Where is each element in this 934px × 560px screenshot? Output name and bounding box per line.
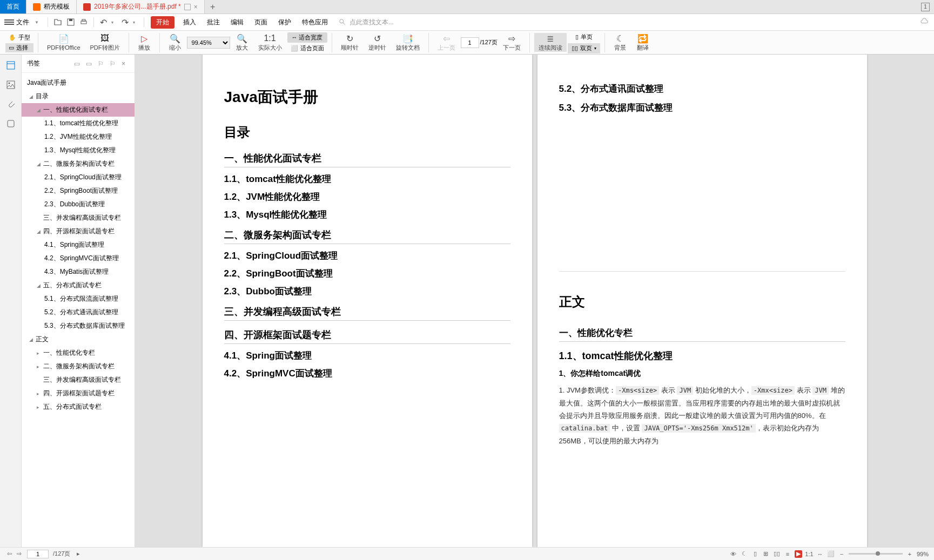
status-moon-icon[interactable]: ☾ bbox=[741, 550, 748, 558]
menu-edit[interactable]: 编辑 bbox=[226, 18, 248, 27]
bm-sec5[interactable]: ◢五、分布式面试专栏 bbox=[22, 279, 135, 292]
zoom-plus-icon[interactable]: + bbox=[906, 550, 913, 558]
zoom-slider[interactable] bbox=[849, 553, 903, 555]
bm-sec4-2[interactable]: 4.2、SpringMVC面试整理 bbox=[22, 252, 135, 265]
continuous-read-button[interactable]: ≣连续阅读 bbox=[534, 33, 567, 52]
zoom-select[interactable]: 99.45% bbox=[187, 37, 230, 49]
search-input[interactable]: 点此查找文本... bbox=[339, 18, 394, 27]
next-page-button[interactable]: ⇨下一页 bbox=[499, 33, 525, 52]
status-play-icon[interactable]: ▶ bbox=[795, 550, 802, 558]
hand-tool[interactable]: ✋手型 bbox=[5, 33, 33, 42]
menu-protect[interactable]: 保护 bbox=[274, 18, 295, 27]
status-page-input[interactable] bbox=[27, 550, 49, 558]
tab-home[interactable]: 首页 bbox=[0, 0, 26, 14]
undo-icon[interactable]: ↶ bbox=[98, 17, 109, 28]
hamburger-icon[interactable] bbox=[4, 17, 14, 27]
bm-sec1-1[interactable]: 1.1、tomcat性能优化整理 bbox=[22, 117, 135, 130]
zoom-out-button[interactable]: 🔍缩小 bbox=[164, 33, 186, 52]
tab-document[interactable]: 2019年多家公司...题手册.pdf * × bbox=[77, 0, 205, 14]
menu-special[interactable]: 特色应用 bbox=[298, 18, 332, 27]
bm-root[interactable]: Java面试手册 bbox=[22, 76, 135, 90]
bm-tool-2[interactable]: ▭ bbox=[86, 60, 93, 68]
image-rail-icon[interactable] bbox=[5, 79, 16, 90]
play-button[interactable]: ▷播放 bbox=[133, 33, 155, 52]
status-next-icon[interactable]: ⇨ bbox=[15, 550, 23, 558]
menu-annotate[interactable]: 批注 bbox=[203, 18, 224, 27]
attachment-rail-icon[interactable] bbox=[5, 99, 16, 110]
status-view4-icon[interactable]: ≡ bbox=[784, 550, 791, 558]
bm-toc[interactable]: ◢目录 bbox=[22, 90, 135, 103]
close-icon[interactable]: × bbox=[194, 3, 198, 11]
status-prev-icon[interactable]: ⇦ bbox=[5, 550, 13, 558]
bookmarks-close-icon[interactable]: × bbox=[122, 60, 129, 68]
bm-sec2-3[interactable]: 2.3、Dubbo面试整理 bbox=[22, 198, 135, 211]
bm-sec2[interactable]: ◢二、微服务架构面试专栏 bbox=[22, 157, 135, 171]
zoom-in-button[interactable]: 🔍放大 bbox=[231, 33, 253, 52]
select-tool[interactable]: ▭选择 bbox=[5, 43, 33, 52]
bm-sec1-3[interactable]: 1.3、Mysql性能优化整理 bbox=[22, 144, 135, 157]
document-viewer[interactable]: Java面试手册 目录 一、性能优化面试专栏 1.1、tomcat性能优化整理 … bbox=[135, 55, 934, 547]
print-icon[interactable] bbox=[78, 17, 89, 28]
rotate-cw-button[interactable]: ↻顺时针 bbox=[337, 33, 363, 52]
bm-b1[interactable]: ▸一、性能优化专栏 bbox=[22, 346, 135, 360]
window-badge[interactable]: 1 bbox=[921, 3, 930, 11]
status-eye-icon[interactable]: 👁 bbox=[730, 550, 737, 558]
bookmarks-rail-icon[interactable] bbox=[5, 60, 16, 71]
single-page-button[interactable]: ▯单页 bbox=[572, 32, 596, 42]
save-icon[interactable] bbox=[65, 17, 76, 28]
bm-tool-4[interactable]: ⚐ bbox=[110, 60, 117, 68]
actual-size-button[interactable]: 1:1实际大小 bbox=[254, 33, 286, 52]
file-menu[interactable]: 文件 bbox=[16, 18, 29, 27]
status-fit3-icon[interactable]: ⬜ bbox=[827, 550, 835, 558]
status-jump-icon[interactable]: ▸ bbox=[75, 550, 82, 558]
fit-width-button[interactable]: ↔适合宽度 bbox=[287, 32, 327, 43]
background-button[interactable]: ☾背景 bbox=[609, 33, 631, 52]
bm-sec4-3[interactable]: 4.3、MyBatis面试整理 bbox=[22, 265, 135, 279]
pdf-to-image[interactable]: 🖼PDF转图片 bbox=[86, 33, 124, 52]
status-bar: ⇦ ⇨ /127页 ▸ 👁 ☾ ▯ ⊞ ▯▯ ≡ ▶ 1:1 ↔ ⬜ − + 9… bbox=[0, 547, 934, 560]
rotate-doc-button[interactable]: 📑旋转文档 bbox=[392, 33, 424, 52]
open-icon[interactable] bbox=[52, 17, 63, 28]
bm-tool-3[interactable]: ⚐ bbox=[98, 60, 105, 68]
tab-templates[interactable]: 稻壳模板 bbox=[26, 0, 77, 14]
bm-sec5-2[interactable]: 5.2、分布式通讯面试整理 bbox=[22, 306, 135, 319]
bm-sec2-2[interactable]: 2.2、SpringBoot面试整理 bbox=[22, 184, 135, 198]
bm-sec4-1[interactable]: 4.1、Spring面试整理 bbox=[22, 238, 135, 252]
cloud-icon[interactable] bbox=[920, 17, 930, 27]
menu-start[interactable]: 开始 bbox=[151, 16, 174, 29]
status-view1-icon[interactable]: ▯ bbox=[751, 550, 759, 558]
body-h1: 一、性能优化专栏 bbox=[559, 327, 845, 342]
redo-icon[interactable]: ↷ bbox=[120, 17, 131, 28]
status-view3-icon[interactable]: ▯▯ bbox=[773, 550, 781, 558]
bm-sec1-2[interactable]: 1.2、JVM性能优化整理 bbox=[22, 130, 135, 144]
menu-insert[interactable]: 插入 bbox=[179, 18, 200, 27]
status-view2-icon[interactable]: ⊞ bbox=[762, 550, 770, 558]
prev-page-button[interactable]: ⇦上一页 bbox=[433, 33, 460, 52]
bm-body[interactable]: ◢正文 bbox=[22, 333, 135, 346]
fit-page-button[interactable]: ⬜适合页面 bbox=[287, 44, 327, 53]
bm-sec2-1[interactable]: 2.1、SpringCloud面试整理 bbox=[22, 171, 135, 184]
rotate-ccw-button[interactable]: ↺逆时针 bbox=[364, 33, 391, 52]
status-fit1-icon[interactable]: 1:1 bbox=[805, 550, 813, 558]
bm-b3[interactable]: 三、并发编程高级面试专栏 bbox=[22, 373, 135, 387]
external-icon[interactable] bbox=[184, 4, 191, 10]
bm-sec4[interactable]: ◢四、开源框架面试题专栏 bbox=[22, 225, 135, 238]
bm-sec5-3[interactable]: 5.3、分布式数据库面试整理 bbox=[22, 319, 135, 333]
zoom-minus-icon[interactable]: − bbox=[838, 550, 845, 558]
double-page-button[interactable]: ▯▯双页▾ bbox=[568, 43, 600, 53]
menu-page[interactable]: 页面 bbox=[250, 18, 272, 27]
translate-button[interactable]: 🔁翻译 bbox=[632, 33, 654, 52]
file-dropdown-icon[interactable]: ▼ bbox=[35, 20, 39, 25]
bm-sec3[interactable]: 三、并发编程高级面试专栏 bbox=[22, 211, 135, 225]
bm-sec5-1[interactable]: 5.1、分布式限流面试整理 bbox=[22, 292, 135, 306]
bm-sec1[interactable]: ◢一、性能优化面试专栏 bbox=[22, 103, 135, 117]
bm-b4[interactable]: ▸四、开源框架面试题专栏 bbox=[22, 387, 135, 400]
wps-rail-icon[interactable] bbox=[5, 118, 16, 129]
status-fit2-icon[interactable]: ↔ bbox=[816, 550, 824, 558]
page-number-input[interactable] bbox=[461, 37, 479, 48]
bm-b2[interactable]: ▸二、微服务架构面试专栏 bbox=[22, 360, 135, 373]
bm-b5[interactable]: ▸五、分布式面试专栏 bbox=[22, 400, 135, 414]
new-tab-button[interactable]: + bbox=[205, 0, 221, 14]
pdf-to-office[interactable]: 📄PDF转Office bbox=[43, 33, 85, 52]
bm-tool-1[interactable]: ▭ bbox=[74, 60, 82, 68]
